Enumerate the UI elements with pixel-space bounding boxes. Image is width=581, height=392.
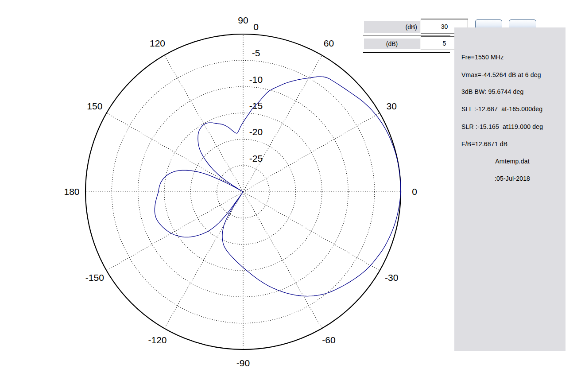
radial-tick-label: -10 [249, 74, 263, 85]
results-panel: Fre=1550 MHz Vmax=-44.5264 dB at 6 deg 3… [454, 27, 566, 351]
radial-tick-label: -25 [249, 153, 263, 163]
radial-tick-label: 0 [253, 22, 259, 32]
angle-label: 60 [324, 38, 334, 48]
angle-label: -30 [385, 272, 398, 283]
angle-label: 30 [386, 101, 396, 111]
divider-line [363, 35, 450, 35]
sll-readout: SLL :-12.687 at-165.000deg [461, 105, 563, 113]
data-file-name: Amtemp.dat [461, 158, 563, 165]
divider-line [363, 52, 450, 53]
beamwidth-readout: 3dB BW: 95.6744 deg [461, 88, 563, 95]
range-db-label: (dB) [364, 21, 420, 33]
radial-tick-label: -5 [252, 48, 260, 58]
frequency-readout: Fre=1550 MHz [461, 54, 563, 61]
polar-plot: 0306090120150180-150-120-90-60-300-5-10-… [0, 0, 447, 392]
angle-label: 150 [87, 101, 102, 111]
slr-readout: SLR :-15.165 at119.000 deg [461, 123, 563, 130]
front-back-readout: F/B=12.6871 dB [461, 140, 563, 147]
angle-label: 120 [150, 38, 165, 48]
app-window: 0306090120150180-150-120-90-60-300-5-10-… [0, 0, 581, 392]
angle-label: 90 [238, 15, 248, 25]
angle-label: 180 [64, 186, 79, 197]
angle-label: -120 [148, 335, 167, 345]
pattern-curve [155, 77, 400, 296]
radial-tick-labels: 0-5-10-15-20-25 [249, 22, 263, 163]
radial-tick-label: -20 [249, 127, 263, 137]
angle-label: -60 [322, 335, 335, 345]
angle-label: -90 [236, 358, 250, 368]
step-db-label: (dB) [364, 39, 420, 49]
angle-label: 0 [412, 186, 417, 197]
vmax-readout: Vmax=-44.5264 dB at 6 deg [461, 71, 563, 78]
data-file-date: :05-Jul-2018 [461, 175, 563, 182]
radial-tick-label: -15 [249, 101, 263, 111]
angle-label: -150 [85, 272, 104, 283]
